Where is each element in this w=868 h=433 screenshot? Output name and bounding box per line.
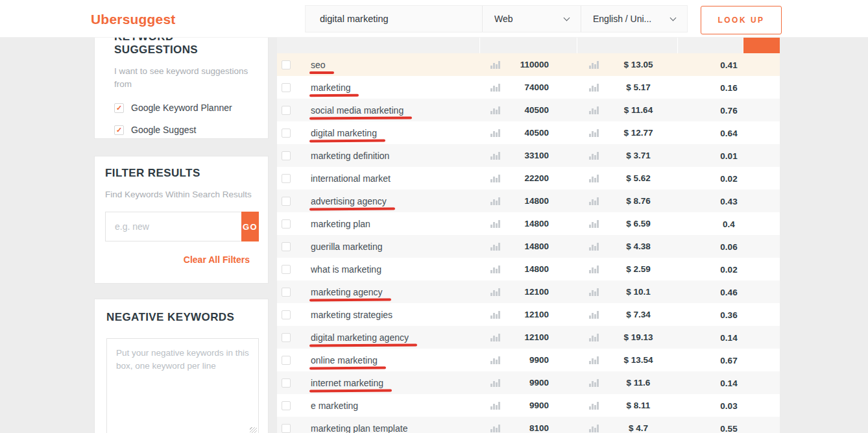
cpc-chart-icon[interactable] bbox=[589, 333, 599, 341]
cpc-chart-icon[interactable] bbox=[589, 310, 599, 319]
language-dropdown[interactable]: English / Uni... bbox=[581, 6, 687, 32]
volume-chart-icon[interactable] bbox=[490, 333, 500, 341]
cpc-chart-icon[interactable] bbox=[589, 83, 599, 92]
keyword-link[interactable]: marketing plan template bbox=[311, 423, 407, 433]
row-checkbox[interactable] bbox=[282, 60, 291, 69]
cpc-chart-icon[interactable] bbox=[589, 151, 599, 160]
cpc-chart-icon[interactable] bbox=[589, 265, 599, 273]
keyword-link[interactable]: digital marketing agency bbox=[311, 332, 409, 343]
resize-handle-icon[interactable] bbox=[250, 427, 257, 433]
keyword-link[interactable]: online marketing bbox=[311, 355, 378, 365]
keyword-link[interactable]: digital marketing bbox=[311, 128, 377, 138]
negative-keywords-textarea[interactable] bbox=[106, 338, 259, 433]
volume-chart-icon[interactable] bbox=[490, 106, 500, 114]
cpc-cell: $ 11.6 bbox=[577, 378, 678, 388]
row-checkbox[interactable] bbox=[282, 378, 291, 388]
go-button[interactable]: GO bbox=[241, 212, 259, 241]
volume-chart-icon[interactable] bbox=[490, 401, 500, 410]
keyword-link[interactable]: guerilla marketing bbox=[311, 241, 383, 252]
search-type-dropdown[interactable]: Web bbox=[482, 6, 581, 32]
row-checkbox[interactable] bbox=[282, 310, 291, 319]
keyword-link[interactable]: internet marketing bbox=[311, 378, 383, 388]
volume-chart-icon[interactable] bbox=[490, 424, 500, 432]
keyword-link[interactable]: international market bbox=[311, 173, 391, 184]
competition-value: 0.41 bbox=[720, 60, 737, 70]
checkbox-checked-icon[interactable]: ✓ bbox=[114, 103, 124, 113]
volume-chart-icon[interactable] bbox=[490, 197, 500, 205]
row-checkbox[interactable] bbox=[282, 288, 291, 297]
volume-chart-icon[interactable] bbox=[490, 83, 500, 92]
clear-all-filters-link[interactable]: Clear All Filters bbox=[105, 254, 259, 265]
option-google-suggest[interactable]: ✓ Google Suggest bbox=[114, 125, 250, 135]
volume-chart-icon[interactable] bbox=[490, 174, 500, 182]
keyword-link[interactable]: e marketing bbox=[311, 401, 358, 411]
keyword-link[interactable]: what is marketing bbox=[311, 264, 381, 275]
cpc-chart-icon[interactable] bbox=[589, 242, 599, 251]
filter-input[interactable] bbox=[105, 212, 241, 241]
option-google-keyword-planner[interactable]: ✓ Google Keyword Planner bbox=[114, 103, 250, 113]
volume-chart-icon[interactable] bbox=[490, 242, 500, 251]
row-checkbox[interactable] bbox=[282, 401, 291, 410]
row-checkbox[interactable] bbox=[282, 242, 291, 251]
keyword-link[interactable]: advertising agency bbox=[311, 196, 387, 206]
volume-value: 14800 bbox=[500, 219, 577, 229]
row-checkbox[interactable] bbox=[282, 333, 291, 342]
volume-chart-icon[interactable] bbox=[490, 378, 500, 387]
volume-chart-icon[interactable] bbox=[490, 151, 500, 160]
row-checkbox[interactable] bbox=[282, 265, 291, 274]
cpc-cell: $ 5.62 bbox=[577, 173, 678, 183]
volume-value: 9900 bbox=[500, 401, 577, 410]
competition-cell: 0.03 bbox=[678, 400, 780, 412]
cpc-chart-icon[interactable] bbox=[589, 288, 599, 296]
cpc-chart-icon[interactable] bbox=[589, 401, 599, 410]
cpc-chart-icon[interactable] bbox=[589, 356, 599, 364]
competition-value: 0.02 bbox=[720, 174, 737, 184]
search-input[interactable] bbox=[306, 6, 482, 32]
row-checkbox[interactable] bbox=[282, 83, 291, 92]
cpc-cell: $ 12.77 bbox=[577, 128, 678, 138]
checkbox-checked-icon[interactable]: ✓ bbox=[114, 125, 124, 135]
cpc-chart-icon[interactable] bbox=[589, 106, 599, 114]
row-checkbox-cell bbox=[277, 310, 296, 319]
row-checkbox[interactable] bbox=[282, 356, 291, 365]
keyword-link[interactable]: marketing strategies bbox=[311, 310, 392, 320]
keyword-link[interactable]: marketing definition bbox=[311, 151, 389, 161]
row-checkbox[interactable] bbox=[282, 424, 291, 433]
volume-chart-icon[interactable] bbox=[490, 219, 500, 228]
volume-chart-icon[interactable] bbox=[490, 288, 500, 296]
cpc-chart-icon[interactable] bbox=[589, 424, 599, 432]
logo[interactable]: Ubersuggest bbox=[91, 12, 176, 27]
keyword-cell: guerilla marketing bbox=[296, 241, 480, 253]
row-checkbox[interactable] bbox=[282, 197, 291, 206]
keyword-link[interactable]: seo bbox=[311, 60, 326, 70]
keyword-link[interactable]: marketing agency bbox=[311, 287, 383, 297]
cpc-value: $ 19.13 bbox=[599, 332, 678, 342]
keyword-link[interactable]: marketing plan bbox=[311, 219, 370, 229]
row-checkbox[interactable] bbox=[282, 151, 291, 160]
row-checkbox[interactable] bbox=[282, 219, 291, 229]
cpc-chart-icon[interactable] bbox=[589, 60, 599, 69]
cpc-chart-icon[interactable] bbox=[589, 378, 599, 387]
cpc-chart-icon[interactable] bbox=[589, 197, 599, 205]
competition-cell: 0.14 bbox=[678, 332, 780, 343]
row-checkbox-cell bbox=[277, 265, 296, 274]
cpc-chart-icon[interactable] bbox=[589, 174, 599, 182]
cpc-chart-icon[interactable] bbox=[589, 129, 599, 137]
row-checkbox[interactable] bbox=[282, 129, 291, 138]
keyword-link[interactable]: social media marketing bbox=[311, 105, 404, 116]
row-checkbox[interactable] bbox=[282, 174, 291, 183]
volume-chart-icon[interactable] bbox=[490, 129, 500, 137]
volume-chart-icon[interactable] bbox=[490, 265, 500, 273]
header-cell-competition bbox=[678, 38, 743, 53]
row-checkbox[interactable] bbox=[282, 106, 291, 115]
keyword-link[interactable]: marketing bbox=[311, 82, 350, 93]
lookup-button[interactable]: LOOK UP bbox=[701, 6, 782, 34]
volume-chart-icon[interactable] bbox=[490, 60, 500, 69]
volume-chart-icon[interactable] bbox=[490, 310, 500, 319]
cpc-chart-icon[interactable] bbox=[589, 219, 599, 228]
volume-chart-icon[interactable] bbox=[490, 356, 500, 364]
cpc-value: $ 12.77 bbox=[599, 128, 678, 138]
cpc-value: $ 3.71 bbox=[599, 151, 678, 160]
volume-cell: 9900 bbox=[480, 378, 577, 388]
cpc-cell: $ 4.7 bbox=[577, 423, 678, 433]
